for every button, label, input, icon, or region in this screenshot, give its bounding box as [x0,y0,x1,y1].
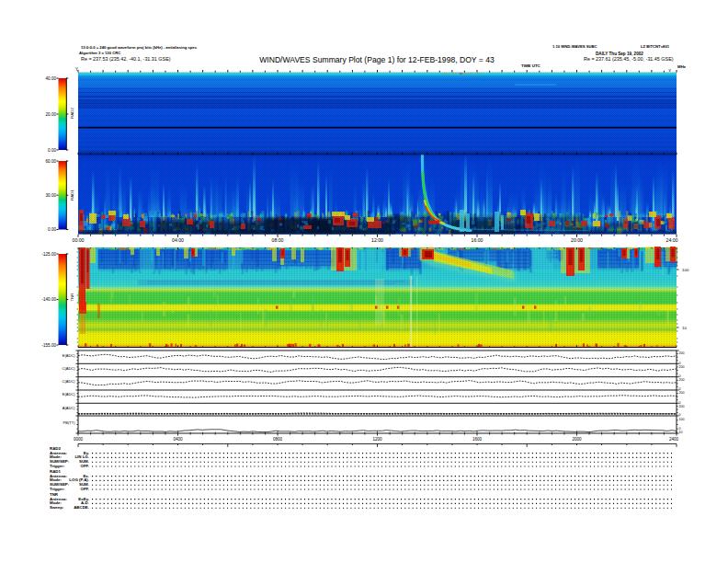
svg-text:10: 10 [679,431,683,434]
svg-text:TIME UTC: TIME UTC [521,63,541,68]
svg-text:13:0:0.0 + 240 good waveform p: 13:0:0.0 + 240 good waveform proj bits (… [81,45,198,50]
svg-text:A(ADC): A(ADC) [63,406,75,410]
svg-text:Trigger:: Trigger: [50,487,65,491]
svg-text:0.00: 0.00 [48,227,56,232]
svg-text:2000: 2000 [572,437,582,442]
svg-text:Re = 237.53 (235.42, -40.1,: Re = 237.53 (235.42, -40.1, -31.31 GSE) [81,56,171,62]
svg-text:Trigger:: Trigger: [50,464,65,468]
svg-text:0000: 0000 [74,437,84,442]
svg-text:0800: 0800 [273,437,283,442]
svg-text:C(ADC): C(ADC) [63,379,76,384]
svg-text:-155.00: -155.00 [41,343,56,348]
svg-text:Algorithm 3 = 130 CRC: Algorithm 3 = 130 CRC [79,51,120,55]
svg-text:200: 200 [679,365,685,369]
svg-text:OFF.: OFF. [80,464,89,468]
svg-text:16:00: 16:00 [472,237,483,243]
svg-text:E(ADC): E(ADC) [63,353,75,358]
svg-text:-140.00: -140.00 [41,297,56,302]
svg-text:TNR: TNR [70,293,74,301]
svg-text:2400: 2400 [669,437,679,442]
svg-text:WIND/WAVES Summary Plot (Page: WIND/WAVES Summary Plot (Page 1) for 12-… [259,55,495,64]
svg-text:200: 200 [679,405,685,408]
svg-text:-125.00: -125.00 [41,252,56,257]
svg-text:1600: 1600 [472,437,483,442]
svg-text:08:00: 08:00 [272,237,284,243]
svg-text:RAD2: RAD2 [70,108,74,119]
svg-text:20:00: 20:00 [571,237,583,243]
svg-text:100: 100 [679,418,685,421]
svg-text:1200: 1200 [372,437,382,442]
svg-text:0400: 0400 [173,437,183,442]
svg-text:200: 200 [679,378,685,382]
svg-text:E(ADC): E(ADC) [63,392,75,396]
svg-text:ABCDE.: ABCDE. [74,505,89,510]
svg-text:C(ADC): C(ADC) [63,366,76,371]
svg-text:40.00: 40.00 [46,76,57,81]
svg-text:200: 200 [679,351,685,355]
svg-text:Sweep:: Sweep: [50,505,64,510]
svg-text:PB(TT): PB(TT) [63,420,76,425]
svg-text:200: 200 [679,391,685,395]
svg-text:OFF.: OFF. [80,487,89,491]
svg-text:10: 10 [682,326,687,330]
svg-text:RAD1: RAD1 [70,190,74,201]
svg-text:04:00: 04:00 [172,237,184,243]
svg-text:60.00: 60.00 [46,159,57,164]
svg-text:30.00: 30.00 [46,193,57,198]
svg-text:24:00: 24:00 [666,237,678,243]
svg-text:12:00: 12:00 [371,237,383,243]
svg-text:MHz: MHz [677,64,687,69]
svg-text:100: 100 [682,268,689,272]
svg-text:0: 0 [679,427,681,431]
svg-text:LZ BITCNT=801: LZ BITCNT=801 [641,44,670,49]
svg-text:Re = 237.61 (235.45, -5.00,: Re = 237.61 (235.45, -5.00, -31.45 GSE) [584,56,674,62]
svg-text:00:00: 00:00 [73,237,85,243]
svg-text:1.10 WND-WAVES SUBC: 1.10 WND-WAVES SUBC [552,44,597,49]
svg-text:20.00: 20.00 [46,112,57,117]
svg-text:0.00: 0.00 [48,148,56,153]
